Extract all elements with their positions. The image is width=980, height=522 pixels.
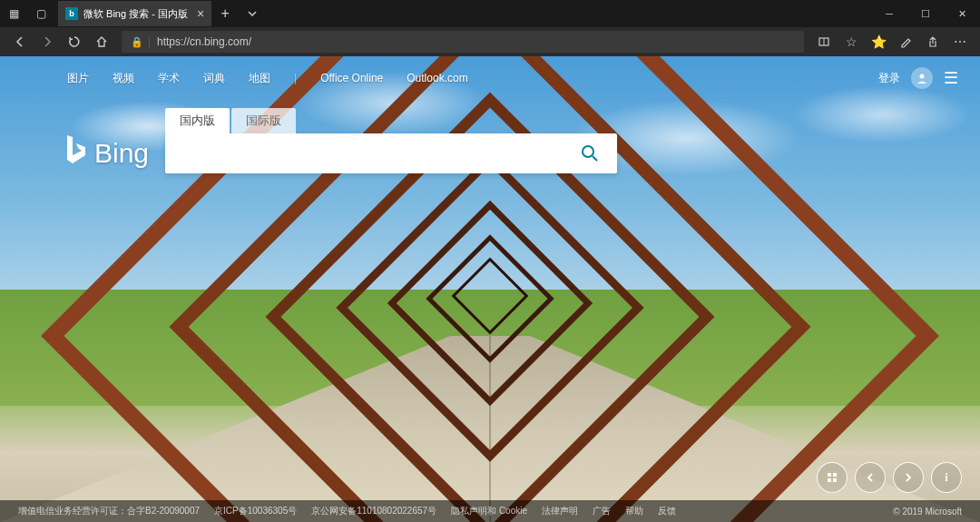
bing-logo-icon bbox=[64, 133, 87, 173]
refresh-button[interactable] bbox=[62, 29, 87, 54]
svg-point-3 bbox=[583, 146, 593, 157]
share-icon[interactable] bbox=[920, 29, 946, 54]
minimize-button[interactable]: ─ bbox=[871, 0, 907, 27]
lock-icon: 🔒 bbox=[125, 36, 150, 48]
tab-favicon: b bbox=[65, 7, 78, 20]
tab-dropdown-icon[interactable] bbox=[239, 1, 266, 26]
nav-link-maps[interactable]: 地图 bbox=[249, 71, 270, 86]
footer-link[interactable]: 帮助 bbox=[625, 505, 643, 517]
nav-link-dict[interactable]: 词典 bbox=[203, 71, 225, 86]
svg-rect-8 bbox=[833, 478, 837, 482]
footer-link[interactable]: 京ICP备10036305号 bbox=[214, 505, 297, 517]
nav-link-academic[interactable]: 学术 bbox=[158, 71, 180, 86]
page-content: 图片 视频 学术 词典 地图 | Office Online Outlook.c… bbox=[0, 56, 980, 522]
bing-logo-text: Bing bbox=[94, 138, 149, 169]
user-avatar-icon[interactable] bbox=[911, 67, 933, 89]
home-button[interactable] bbox=[89, 29, 114, 54]
maximize-button[interactable]: ☐ bbox=[907, 0, 944, 27]
site-topnav: 图片 视频 学术 词典 地图 | Office Online Outlook.c… bbox=[0, 67, 980, 89]
back-button[interactable] bbox=[7, 29, 33, 54]
close-window-button[interactable]: ✕ bbox=[944, 0, 980, 27]
search-box bbox=[165, 133, 617, 173]
svg-point-2 bbox=[920, 74, 925, 79]
footer-link[interactable]: 隐私声明和 Cookie bbox=[451, 505, 527, 517]
close-tab-icon[interactable]: × bbox=[197, 6, 204, 21]
url-field[interactable]: 🔒 https://cn.bing.com/ bbox=[122, 31, 804, 53]
favorites-list-icon[interactable]: ⭐ bbox=[866, 29, 891, 54]
search-scope-tab-international[interactable]: 国际版 bbox=[231, 108, 296, 133]
hamburger-menu-icon[interactable]: ☰ bbox=[944, 68, 958, 88]
new-tab-button[interactable]: + bbox=[211, 1, 239, 26]
site-footer: 增值电信业务经营许可证：合字B2-20090007 京ICP备10036305号… bbox=[0, 500, 980, 522]
login-link[interactable]: 登录 bbox=[878, 71, 900, 86]
nav-link-office[interactable]: Office Online bbox=[320, 72, 383, 84]
search-scope-tab-domestic[interactable]: 国内版 bbox=[165, 108, 230, 133]
nav-link-video[interactable]: 视频 bbox=[113, 71, 134, 86]
notes-icon[interactable] bbox=[893, 29, 918, 54]
footer-link[interactable]: 广告 bbox=[593, 505, 611, 517]
tab-group-icon-2[interactable]: ▢ bbox=[27, 0, 54, 27]
svg-line-4 bbox=[593, 156, 597, 161]
url-text: https://cn.bing.com/ bbox=[150, 35, 251, 48]
forward-button[interactable] bbox=[34, 29, 60, 54]
window-titlebar: ▦ ▢ b 微软 Bing 搜索 - 国内版 × + ─ ☐ ✕ bbox=[0, 0, 980, 27]
reading-view-icon[interactable] bbox=[811, 29, 837, 54]
nav-divider: | bbox=[294, 72, 297, 84]
footer-link[interactable]: 增值电信业务经营许可证：合字B2-20090007 bbox=[18, 505, 200, 517]
search-submit-icon[interactable] bbox=[570, 144, 610, 163]
search-input[interactable] bbox=[178, 146, 570, 162]
favorite-star-icon[interactable]: ☆ bbox=[838, 29, 864, 54]
prev-image-icon[interactable] bbox=[855, 462, 886, 493]
tab-title: 微软 Bing 搜索 - 国内版 bbox=[83, 7, 188, 21]
footer-link[interactable]: 反馈 bbox=[658, 505, 676, 517]
footer-link[interactable]: 京公网安备11010802022657号 bbox=[311, 505, 436, 517]
nav-link-images[interactable]: 图片 bbox=[67, 71, 89, 86]
next-image-icon[interactable] bbox=[893, 462, 924, 493]
more-menu-icon[interactable]: ⋯ bbox=[947, 29, 973, 54]
bing-logo[interactable]: Bing bbox=[64, 133, 149, 173]
footer-copyright: © 2019 Microsoft bbox=[893, 507, 962, 517]
info-icon[interactable]: i bbox=[931, 462, 962, 493]
svg-rect-6 bbox=[833, 473, 837, 477]
tab-group-icon[interactable]: ▦ bbox=[0, 0, 27, 27]
svg-rect-5 bbox=[828, 473, 831, 477]
grid-view-icon[interactable] bbox=[817, 462, 848, 493]
nav-link-outlook[interactable]: Outlook.com bbox=[407, 72, 467, 84]
browser-tab[interactable]: b 微软 Bing 搜索 - 国内版 × bbox=[58, 1, 211, 26]
footer-link[interactable]: 法律声明 bbox=[542, 505, 578, 517]
svg-rect-7 bbox=[828, 478, 831, 482]
address-bar: 🔒 https://cn.bing.com/ ☆ ⭐ ⋯ bbox=[0, 27, 980, 56]
